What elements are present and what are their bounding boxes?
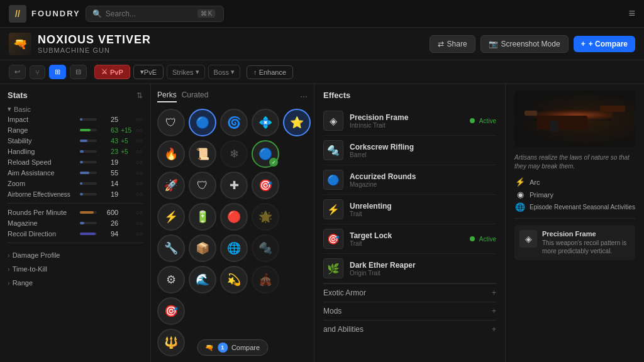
share-icon: ⇄ — [438, 40, 444, 48]
search-input[interactable] — [106, 9, 194, 18]
tag-seasonal: 🌐 Episode Revenant Seasonal Activities — [514, 202, 635, 212]
strikes-dropdown[interactable]: Strikes ▾ — [167, 65, 205, 79]
effect-name: Unrelenting — [350, 202, 496, 211]
stat-row-airborne: Airborne Effectiveness 19 ○○ — [8, 190, 143, 198]
chevron-down-icon: ▾ — [8, 105, 11, 113]
nav-left: // FOUNDRY 🔍 ⌘ K — [9, 5, 224, 23]
perk-slot[interactable]: 🎪 — [252, 266, 279, 293]
mods-section[interactable]: Mods + — [323, 302, 496, 320]
seasonal-icon: 🌐 — [514, 202, 526, 212]
perk-slot[interactable]: 🔧 — [157, 234, 185, 262]
primary-icon: ◉ — [514, 190, 526, 199]
compare-button[interactable]: + + Compare — [574, 36, 635, 52]
effect-subtype: Intrinsic Trait — [350, 122, 464, 129]
perks-options-icon[interactable]: ⋯ — [300, 92, 308, 101]
perk-slot[interactable]: 💫 — [220, 266, 248, 293]
perk-slot[interactable]: 🚀 — [157, 172, 185, 199]
effect-subtype: Origin Trait — [350, 270, 496, 277]
grid-view-button[interactable]: ⊞ — [49, 65, 66, 79]
perk-row-4: ⚡ 🔋 🔴 🌟 — [157, 203, 308, 231]
weapon-image-container — [514, 90, 635, 147]
compare-label[interactable]: Compare — [231, 344, 260, 351]
active-label: Active — [479, 236, 496, 243]
exotic-armor-section[interactable]: Exotic Armor + — [323, 283, 496, 302]
perk-slot[interactable]: 🔩 — [252, 234, 279, 262]
stat-row-handling: Handling 23 +5 ○○ — [8, 148, 143, 155]
perk-slot-equipped[interactable]: 🔵 ✓ — [252, 140, 279, 168]
effect-unrelenting: ⚡ Unrelenting Trait — [323, 195, 496, 224]
effect-icon: ◈ — [323, 111, 343, 131]
perk-slot[interactable]: ✚ — [220, 172, 248, 199]
effect-target-lock: 🎯 Target Lock Trait Active — [323, 224, 496, 254]
perk-slot[interactable]: ⚡ — [157, 203, 185, 231]
perk-slot[interactable]: 🔵 — [189, 109, 216, 136]
enhance-button[interactable]: ↑ Enhance — [247, 65, 293, 79]
pvp-button[interactable]: ⚔ PvP — [94, 65, 130, 79]
perk-slot[interactable]: 🛡 — [157, 109, 185, 136]
stat-label: Handling — [8, 148, 80, 155]
tag-label: Episode Revenant Seasonal Activities — [530, 204, 635, 211]
active-label: Active — [479, 118, 496, 124]
perk-slot[interactable]: 🌐 — [220, 234, 248, 262]
perk-slot[interactable]: 🎯 — [252, 172, 279, 199]
perk-slot[interactable]: 🔋 — [189, 203, 216, 231]
effect-dark-ether-reaper: 🌿 Dark Ether Reaper Origin Trait — [323, 254, 496, 283]
abilities-section[interactable]: and Abilities + — [323, 320, 496, 338]
stat-row-stability: Stability 43 +5 ○○ — [8, 137, 143, 145]
tab-perks[interactable]: Perks — [157, 90, 177, 102]
branch-button[interactable]: ⑂ — [30, 65, 45, 79]
trait-card: ◈ Precision Frame This weapon's recoil p… — [514, 225, 635, 260]
perk-slot[interactable]: 💠 — [252, 109, 279, 136]
perks-tabs: Perks Curated — [157, 90, 208, 102]
perk-slot[interactable]: 🔱 — [157, 329, 185, 356]
stats-group-basic[interactable]: ▾ Basic — [8, 105, 143, 113]
svg-rect-3 — [550, 121, 558, 132]
perk-slot[interactable]: 🌊 — [189, 266, 216, 293]
stat-row-recoil: Recoil Direction 94 ○○ — [8, 230, 143, 238]
tab-curated[interactable]: Curated — [182, 90, 209, 102]
sort-icon[interactable]: ⇅ — [136, 91, 143, 100]
perk-slot[interactable]: ⚙ — [157, 266, 185, 293]
weapon-3d-view — [514, 90, 635, 147]
effect-subtype: Trait — [350, 240, 464, 247]
perk-slot[interactable]: 🌀 — [220, 109, 248, 136]
perk-slot[interactable]: 🌟 — [252, 203, 279, 231]
stat-label: Range — [8, 126, 80, 134]
perk-row-3: 🚀 🛡 ✚ 🎯 — [157, 172, 308, 199]
ttk-section[interactable]: › Time-to-Kill — [8, 262, 143, 276]
weapon-type: SUBMACHINE GUN — [38, 47, 151, 54]
range-section[interactable]: › Range — [8, 276, 143, 290]
share-button[interactable]: ⇄ Share — [430, 35, 475, 53]
svg-rect-4 — [525, 111, 537, 116]
plus-icon: + — [492, 288, 496, 297]
effect-icon: 🔩 — [323, 140, 343, 160]
list-view-button[interactable]: ⊟ — [70, 65, 87, 79]
perk-slot[interactable]: ⭐ — [283, 109, 311, 136]
perk-slot[interactable]: 🔴 — [220, 203, 248, 231]
search-bar: 🔍 ⌘ K — [86, 6, 224, 22]
perk-slot[interactable]: 🎯 — [157, 297, 185, 325]
effect-name: Target Lock — [350, 231, 464, 240]
perk-slot[interactable]: 📦 — [189, 234, 216, 262]
active-indicator — [470, 236, 475, 241]
weapon-icon: 🔫 — [9, 33, 31, 55]
stat-row-impact: Impact 25 ○○ — [8, 116, 143, 123]
compare-weapon-icon: 🔫 — [205, 344, 214, 352]
damage-profile-section[interactable]: › Damage Profile — [8, 248, 143, 262]
effect-name: Accurized Rounds — [350, 172, 496, 181]
perk-slot[interactable]: 📜 — [189, 140, 216, 168]
menu-icon[interactable]: ≡ — [628, 7, 635, 20]
screenshot-button[interactable]: 📷 Screenshot Mode — [480, 35, 569, 53]
perks-panel: Perks Curated ⋯ 🛡 🔵 🌀 💠 ⭐ 🔥 📜 ❄ 🔵 ✓ 🚀 — [151, 84, 314, 362]
tag-primary: ◉ Primary — [514, 190, 635, 199]
perk-slot[interactable]: 🔥 — [157, 140, 185, 168]
stat-label: Zoom — [8, 180, 80, 187]
perk-slot[interactable]: ❄ — [220, 140, 248, 168]
tag-label: Arc — [530, 178, 540, 186]
undo-button[interactable]: ↩ — [9, 65, 26, 79]
pve-button[interactable]: ▾ PvE — [133, 65, 164, 79]
stat-label: Reload Speed — [8, 158, 80, 166]
pvp-icon: ⚔ — [101, 68, 108, 76]
boss-dropdown[interactable]: Boss ▾ — [208, 65, 240, 79]
perk-slot[interactable]: 🛡 — [189, 172, 216, 199]
